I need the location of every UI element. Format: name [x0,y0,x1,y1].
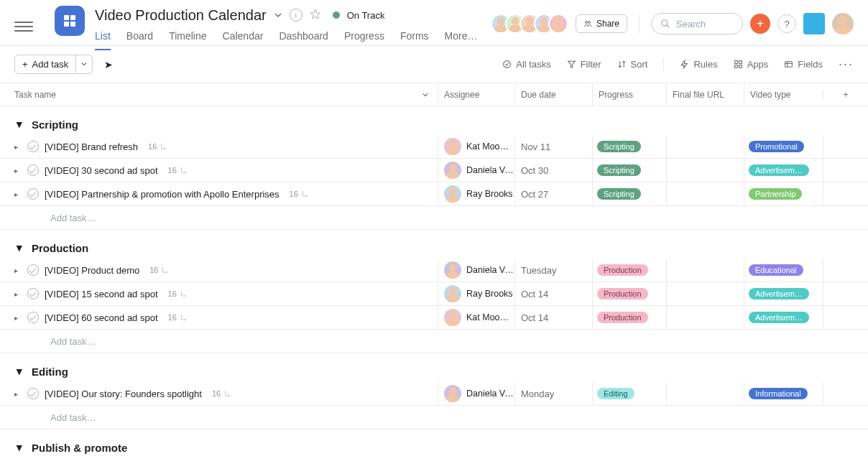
apps-button[interactable]: Apps [734,59,769,70]
type-pill[interactable]: Advertisem… [749,164,809,176]
add-task-row[interactable]: Add task… [0,206,868,230]
complete-checkbox[interactable] [27,141,39,152]
expand-icon[interactable]: ▸ [14,266,22,274]
tab-forms[interactable]: Forms [400,30,429,50]
due-date[interactable]: Oct 14 [521,312,548,323]
tab-more[interactable]: More… [445,30,478,50]
assignee-avatar[interactable] [444,261,461,279]
task-row[interactable]: ▸[VIDEO] 15 second ad spot16Ray BrooksOc… [0,282,868,306]
assignee-avatar[interactable] [444,285,461,302]
expand-icon[interactable]: ▸ [14,143,22,151]
task-row[interactable]: ▸[VIDEO] Brand refresh16Kat MooneyNov 11… [0,135,868,159]
expand-icon[interactable]: ▸ [14,167,22,175]
due-date[interactable]: Tuesday [521,265,556,276]
sort-button[interactable]: Sort [617,59,648,70]
complete-checkbox[interactable] [27,288,39,299]
status-label[interactable]: On Track [347,10,385,21]
subtask-count[interactable]: 16 [168,166,188,175]
more-icon[interactable]: ··· [839,57,854,72]
subtask-count[interactable]: 16 [168,313,188,322]
caret-down-icon[interactable]: ▾ [14,241,24,254]
section-header[interactable]: ▾Production [0,230,868,259]
tab-calendar[interactable]: Calendar [223,30,264,50]
subtask-count[interactable]: 16 [148,142,167,151]
caret-down-icon[interactable]: ▾ [14,441,24,454]
subtask-count[interactable]: 16 [168,289,188,298]
subtask-count[interactable]: 16 [149,266,169,274]
tab-progress[interactable]: Progress [344,30,384,50]
section-header[interactable]: ▾Scripting [0,106,868,135]
col-due[interactable]: Due date [514,83,592,106]
due-date[interactable]: Oct 14 [521,289,548,299]
assignee-avatar[interactable] [444,385,461,402]
progress-pill[interactable]: Editing [597,388,634,399]
type-pill[interactable]: Educational [749,264,803,276]
col-progress[interactable]: Progress [592,83,666,106]
user-avatar[interactable] [832,13,854,34]
due-date[interactable]: Oct 27 [521,189,548,200]
subtask-count[interactable]: 16 [212,389,231,398]
progress-pill[interactable]: Production [597,312,648,323]
progress-pill[interactable]: Scripting [597,188,641,200]
upgrade-badge[interactable] [803,13,825,34]
assignee-avatar[interactable] [444,309,461,326]
tab-list[interactable]: List [95,30,111,50]
expand-icon[interactable]: ▸ [14,314,22,322]
task-row[interactable]: ▸[VIDEO] Our story: Founders spotlight16… [0,382,868,406]
complete-checkbox[interactable] [27,312,39,323]
complete-checkbox[interactable] [27,264,39,276]
help-icon[interactable]: ? [777,14,796,33]
star-icon[interactable] [310,9,321,22]
caret-down-icon[interactable]: ▾ [14,365,24,378]
complete-checkbox[interactable] [27,164,39,176]
type-pill[interactable]: Advertisem… [749,288,809,299]
expand-icon[interactable]: ▸ [14,190,22,198]
file-cell[interactable] [666,159,744,182]
type-pill[interactable]: Partnership [749,188,802,200]
share-button[interactable]: Share [576,14,627,33]
progress-pill[interactable]: Production [597,288,648,299]
assignee-avatar[interactable] [444,138,461,155]
type-pill[interactable]: Informational [749,388,808,399]
add-task-button[interactable]: + Add task [14,55,76,74]
add-task-dropdown[interactable] [76,55,93,74]
add-column-button[interactable]: + [823,90,868,100]
task-row[interactable]: ▸[VIDEO] 30 second ad spot16Daniela Var…… [0,159,868,182]
subtask-count[interactable]: 16 [290,190,309,198]
expand-icon[interactable]: ▸ [14,290,22,298]
rules-button[interactable]: Rules [680,59,717,70]
complete-checkbox[interactable] [27,188,39,200]
tab-timeline[interactable]: Timeline [169,30,206,50]
member-avatars[interactable] [491,14,568,34]
project-menu-chevron-icon[interactable] [274,11,282,19]
task-row[interactable]: ▸[VIDEO] Partnership & promotion with Ap… [0,182,868,206]
type-pill[interactable]: Advertisem… [749,312,809,323]
section-header[interactable]: ▾Publish & promote [0,429,868,458]
caret-down-icon[interactable]: ▾ [14,118,24,131]
col-file[interactable]: Final file URL [666,83,744,106]
col-task-name[interactable]: Task name [14,90,438,100]
file-cell[interactable] [666,282,744,305]
file-cell[interactable] [666,135,744,158]
file-cell[interactable] [666,306,744,329]
file-cell[interactable] [666,382,744,405]
global-add-button[interactable]: + [750,14,770,34]
fields-button[interactable]: Fields [784,59,823,70]
tab-dashboard[interactable]: Dashboard [279,30,328,50]
filter-button[interactable]: Filter [567,59,601,70]
progress-pill[interactable]: Scripting [597,164,641,176]
project-icon[interactable] [55,6,85,36]
section-header[interactable]: ▾Editing [0,353,868,382]
expand-icon[interactable]: ▸ [14,390,22,398]
col-type[interactable]: Video type [744,83,823,106]
tab-board[interactable]: Board [126,30,153,50]
add-task-row[interactable]: Add task… [0,406,868,429]
add-task-row[interactable]: Add task… [0,330,868,353]
complete-checkbox[interactable] [27,388,39,399]
type-pill[interactable]: Promotional [749,141,804,152]
due-date[interactable]: Oct 30 [521,165,548,176]
file-cell[interactable] [666,259,744,282]
due-date[interactable]: Nov 11 [521,141,550,152]
task-row[interactable]: ▸[VIDEO] 60 second ad spot16Kat MooneyOc… [0,306,868,330]
hamburger-menu-icon[interactable] [14,17,33,36]
